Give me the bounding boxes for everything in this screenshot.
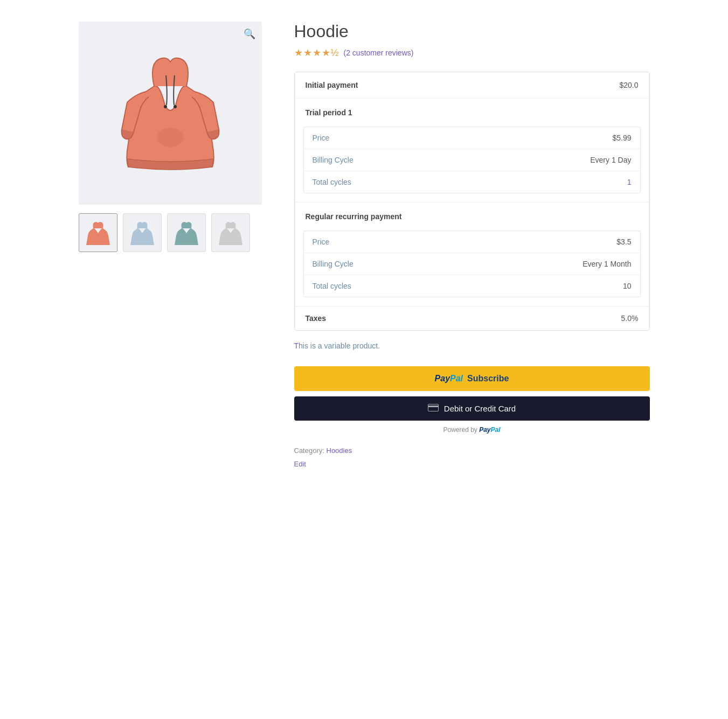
svg-point-2 [174, 105, 177, 108]
powered-by: Powered by PayPal [294, 426, 650, 434]
card-label: Debit or Credit Card [444, 404, 516, 413]
regular-payment-label: Regular recurring payment [295, 205, 649, 224]
trial-price-row: Price $5.99 [304, 127, 640, 149]
svg-rect-3 [428, 404, 438, 411]
thumbnail-2[interactable] [123, 213, 162, 252]
paypal-logo: PayPal [435, 374, 463, 383]
initial-payment-label: Initial payment [306, 81, 358, 89]
trial-period-inner: Price $5.99 Billing Cycle Every 1 Day To… [303, 127, 641, 193]
trial-price-label: Price [313, 134, 330, 142]
svg-point-1 [164, 105, 167, 108]
thumbnails [79, 213, 262, 252]
regular-price-label: Price [313, 238, 330, 246]
regular-billing-value: Every 1 Month [583, 260, 631, 268]
regular-cycles-label: Total cycles [313, 282, 351, 290]
initial-payment-row: Initial payment $20.0 [295, 72, 649, 99]
left-column: 🔍 [79, 22, 262, 468]
zoom-icon[interactable]: 🔍 [244, 28, 255, 40]
taxes-value: 5.0% [621, 314, 639, 323]
thumbnail-4[interactable] [211, 213, 250, 252]
trial-period-section: Trial period 1 Price $5.99 Billing Cycle… [295, 99, 649, 202]
svg-rect-4 [428, 406, 439, 407]
card-icon [428, 404, 439, 413]
star-rating: ★★★★½ [294, 47, 339, 59]
regular-billing-row: Billing Cycle Every 1 Month [304, 253, 640, 275]
right-column: Hoodie ★★★★½ (2 customer reviews) Initia… [294, 22, 650, 468]
regular-payment-inner: Price $3.5 Billing Cycle Every 1 Month T… [303, 231, 641, 297]
initial-payment-value: $20.0 [619, 81, 638, 89]
trial-cycles-value: 1 [627, 178, 632, 186]
trial-billing-row: Billing Cycle Every 1 Day [304, 149, 640, 171]
taxes-label: Taxes [306, 314, 327, 323]
page-container: 🔍 [68, 0, 661, 490]
svg-point-0 [157, 128, 184, 147]
regular-price-row: Price $3.5 [304, 231, 640, 253]
regular-billing-label: Billing Cycle [313, 260, 353, 268]
hoodie-illustration [116, 43, 224, 183]
category-label: Category: [294, 446, 324, 455]
variable-note: This is a variable product. [294, 341, 650, 350]
trial-cycles-label: Total cycles [313, 178, 351, 186]
card-button[interactable]: Debit or Credit Card [294, 396, 650, 421]
trial-price-value: $5.99 [612, 134, 631, 142]
thumbnail-3[interactable] [167, 213, 206, 252]
edit-link[interactable]: Edit [294, 460, 306, 468]
regular-cycles-value: 10 [623, 282, 632, 290]
rating-row: ★★★★½ (2 customer reviews) [294, 47, 650, 59]
category-link[interactable]: Hoodies [327, 446, 352, 455]
pricing-card: Initial payment $20.0 Trial period 1 Pri… [294, 72, 650, 331]
main-image: 🔍 [79, 22, 262, 205]
trial-billing-value: Every 1 Day [590, 156, 631, 164]
taxes-row: Taxes 5.0% [295, 306, 649, 330]
regular-cycles-row: Total cycles 10 [304, 275, 640, 297]
trial-period-label: Trial period 1 [295, 101, 649, 120]
product-title: Hoodie [294, 22, 650, 41]
trial-billing-label: Billing Cycle [313, 156, 353, 164]
trial-cycles-row: Total cycles 1 [304, 171, 640, 193]
reviews-link[interactable]: (2 customer reviews) [344, 48, 414, 57]
subscribe-label: Subscribe [467, 374, 509, 383]
buttons-container: PayPal Subscribe Debit or Credit Card Po… [294, 366, 650, 434]
regular-payment-section: Regular recurring payment Price $3.5 Bil… [295, 202, 649, 306]
regular-price-value: $3.5 [616, 238, 631, 246]
paypal-subscribe-button[interactable]: PayPal Subscribe [294, 366, 650, 391]
category-row: Category: Hoodies [294, 446, 650, 455]
thumbnail-1[interactable] [79, 213, 117, 252]
